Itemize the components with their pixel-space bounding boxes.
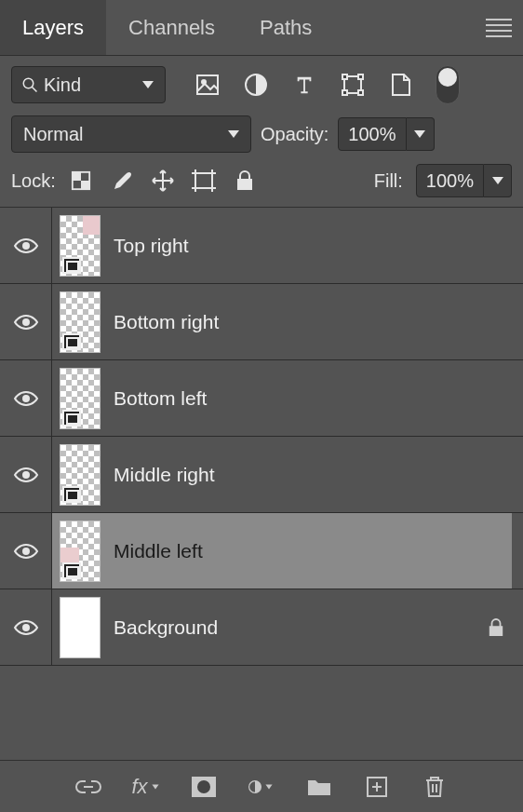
- filter-type-icon[interactable]: [292, 73, 316, 97]
- layer-name[interactable]: Background: [114, 616, 218, 639]
- new-adjustment-layer-icon[interactable]: [248, 774, 275, 800]
- lock-position-icon[interactable]: [151, 169, 175, 193]
- lock-all-icon[interactable]: [233, 169, 257, 193]
- visibility-toggle[interactable]: [0, 513, 52, 589]
- layer-row[interactable]: Top right: [0, 208, 523, 284]
- smart-object-badge-icon: [62, 333, 81, 350]
- layer-body[interactable]: Bottom right: [52, 284, 512, 359]
- filter-kind-select[interactable]: Kind: [11, 66, 166, 103]
- delete-layer-icon[interactable]: [422, 774, 448, 800]
- add-mask-icon[interactable]: [191, 774, 217, 800]
- visibility-toggle[interactable]: [0, 360, 52, 436]
- filter-row: Kind: [0, 56, 523, 110]
- bottom-bar: fx: [0, 760, 523, 812]
- layer-name[interactable]: Bottom left: [114, 387, 207, 410]
- search-icon: [21, 76, 38, 93]
- smart-object-badge-icon: [62, 486, 81, 503]
- filter-smartobject-icon[interactable]: [389, 73, 413, 97]
- tab-channels[interactable]: Channels: [106, 0, 237, 55]
- chevron-down-icon: [228, 130, 239, 138]
- tab-layers[interactable]: Layers: [0, 0, 106, 55]
- link-layers-icon[interactable]: [75, 774, 101, 800]
- layer-thumbnail[interactable]: [60, 444, 101, 506]
- layer-fx-icon[interactable]: fx: [133, 774, 159, 800]
- blend-mode-select[interactable]: Normal: [11, 115, 251, 153]
- layer-row[interactable]: Middle right: [0, 437, 523, 513]
- svg-rect-6: [342, 74, 347, 79]
- layer-thumbnail[interactable]: [60, 215, 101, 277]
- svg-point-22: [23, 548, 29, 554]
- fill-value[interactable]: 100%: [416, 164, 484, 197]
- filter-kind-label: Kind: [44, 74, 81, 96]
- opacity-dropdown[interactable]: [407, 117, 435, 151]
- opacity-value[interactable]: 100%: [338, 117, 406, 151]
- svg-rect-2: [197, 75, 218, 94]
- layer-body[interactable]: Middle right: [52, 437, 512, 512]
- layer-name[interactable]: Middle left: [114, 540, 203, 562]
- smart-object-badge-icon: [62, 257, 81, 274]
- layer-body[interactable]: Middle left: [52, 513, 512, 589]
- layer-body[interactable]: Top right: [52, 208, 512, 283]
- svg-point-18: [23, 243, 29, 249]
- chevron-down-icon: [414, 130, 425, 138]
- smart-object-badge-icon: [62, 562, 81, 579]
- panel-menu-icon[interactable]: [486, 19, 512, 37]
- blend-row: Normal Opacity: 100%: [0, 110, 523, 160]
- layer-row[interactable]: Middle left: [0, 513, 523, 589]
- svg-point-0: [23, 78, 34, 88]
- svg-rect-9: [358, 90, 363, 95]
- filter-type-icons: [195, 73, 413, 97]
- layer-body[interactable]: Background: [52, 589, 512, 665]
- svg-point-20: [23, 396, 29, 401]
- visibility-toggle[interactable]: [0, 437, 52, 512]
- lock-transparent-pixels-icon[interactable]: [69, 169, 93, 193]
- new-layer-icon[interactable]: [364, 774, 390, 800]
- layer-thumbnail[interactable]: [60, 521, 101, 582]
- tab-paths[interactable]: Paths: [237, 0, 334, 55]
- blend-mode-value: Normal: [23, 124, 83, 145]
- lock-label: Lock:: [11, 170, 56, 192]
- chevron-down-icon: [492, 177, 503, 184]
- layer-thumbnail[interactable]: [60, 597, 101, 658]
- svg-line-1: [32, 87, 36, 91]
- svg-point-19: [23, 319, 29, 325]
- filter-adjustment-icon[interactable]: [244, 73, 268, 97]
- svg-rect-11: [73, 172, 81, 181]
- new-group-icon[interactable]: [306, 774, 332, 800]
- panel-tabs: Layers Channels Paths: [0, 0, 523, 56]
- filter-shape-icon[interactable]: [341, 73, 365, 97]
- layer-list: Top rightBottom rightBottom leftMiddle r…: [0, 208, 523, 666]
- lock-icon: [488, 617, 504, 638]
- tab-label: Paths: [260, 16, 312, 40]
- layer-body[interactable]: Bottom left: [52, 360, 512, 436]
- layer-name[interactable]: Top right: [114, 235, 189, 257]
- svg-point-23: [23, 625, 29, 630]
- svg-rect-8: [342, 90, 347, 95]
- visibility-toggle[interactable]: [0, 589, 52, 665]
- tab-label: Layers: [22, 16, 84, 40]
- layer-name[interactable]: Middle right: [114, 464, 215, 486]
- opacity-label: Opacity:: [261, 124, 329, 145]
- lock-row: Lock: Fill: 100%: [0, 160, 523, 208]
- tab-label: Channels: [128, 16, 215, 40]
- svg-point-21: [23, 472, 29, 478]
- svg-point-25: [197, 780, 210, 793]
- fill-label: Fill:: [374, 170, 403, 192]
- chevron-down-icon: [142, 81, 154, 88]
- visibility-toggle[interactable]: [0, 208, 52, 283]
- layer-name[interactable]: Bottom right: [114, 311, 219, 333]
- smart-object-badge-icon: [62, 410, 81, 426]
- layer-row[interactable]: Background: [0, 589, 523, 666]
- visibility-toggle[interactable]: [0, 284, 52, 359]
- layer-row[interactable]: Bottom left: [0, 360, 523, 437]
- svg-rect-12: [81, 181, 89, 189]
- layer-thumbnail[interactable]: [60, 291, 101, 353]
- layer-row[interactable]: Bottom right: [0, 284, 523, 360]
- lock-image-pixels-icon[interactable]: [110, 169, 134, 193]
- layer-thumbnail[interactable]: [60, 368, 101, 429]
- lock-artboard-icon[interactable]: [192, 169, 216, 193]
- fill-dropdown[interactable]: [484, 164, 512, 197]
- svg-rect-13: [195, 173, 212, 188]
- filter-image-icon[interactable]: [195, 73, 220, 97]
- filter-toggle[interactable]: [436, 65, 460, 104]
